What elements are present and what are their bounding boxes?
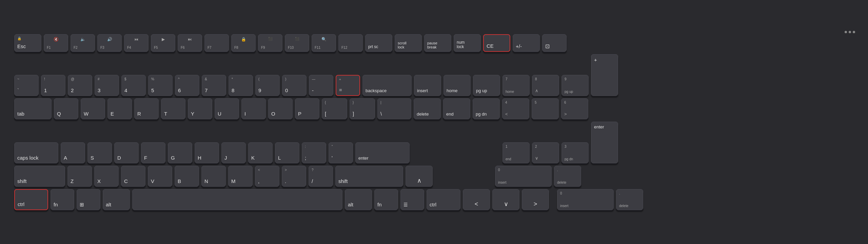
key-f10[interactable]: ⬛ F10 — [285, 34, 309, 52]
key-shift-right[interactable]: shift — [335, 166, 403, 187]
key-alt-left[interactable]: alt — [103, 189, 130, 210]
key-v[interactable]: V — [148, 166, 172, 187]
key-f[interactable]: F — [141, 142, 165, 163]
key-k[interactable]: K — [248, 142, 273, 163]
key-f6[interactable]: ⏭ F6 — [178, 34, 202, 52]
key-quote[interactable]: " ' — [329, 142, 353, 163]
key-backspace[interactable]: backspace — [362, 75, 412, 96]
key-f2[interactable]: 🔈 F2 — [71, 34, 95, 52]
key-semicolon[interactable]: : ; — [302, 142, 326, 163]
key-prtsc[interactable]: prt sc — [365, 34, 392, 52]
key-ctrl-left[interactable]: ctrl — [14, 189, 48, 210]
key-x[interactable]: X — [94, 166, 119, 187]
key-w[interactable]: W — [81, 98, 105, 119]
key-capslock[interactable]: caps lock — [14, 142, 58, 163]
key-numpad-0-bottom[interactable]: 0 insert — [557, 189, 614, 210]
key-alt-right[interactable]: alt — [345, 189, 372, 210]
key-3[interactable]: # 3 — [95, 75, 119, 96]
key-9[interactable]: ( 9 — [255, 75, 280, 96]
key-q[interactable]: Q — [54, 98, 78, 119]
key-a[interactable]: A — [61, 142, 85, 163]
key-numpad-2[interactable]: 2 ∨ — [532, 142, 559, 163]
key-numpad-9[interactable]: 9 pg up — [561, 75, 589, 96]
key-d[interactable]: D — [114, 142, 139, 163]
key-insert[interactable]: insert — [414, 75, 441, 96]
key-b[interactable]: B — [175, 166, 199, 187]
key-equals[interactable]: + = — [336, 75, 360, 96]
key-f3[interactable]: 🔊 F3 — [97, 34, 122, 52]
key-numpad-5[interactable]: 5 — [532, 98, 559, 119]
key-f7[interactable]: F7 — [204, 34, 229, 52]
key-numpad-1[interactable]: 1 end — [502, 142, 530, 163]
key-numlock[interactable]: numlock — [454, 34, 481, 52]
key-numpad-0[interactable]: 0 insert — [495, 166, 552, 187]
key-e[interactable]: E — [107, 98, 132, 119]
key-numpad-plus[interactable]: + — [591, 54, 618, 96]
key-f8[interactable]: 🔒 F8 — [231, 34, 256, 52]
key-arrow-right[interactable]: > — [522, 189, 549, 210]
key-0[interactable]: ) 0 — [282, 75, 307, 96]
key-arrow-up[interactable]: ∧ — [406, 166, 433, 187]
key-f5[interactable]: ▶ F5 — [151, 34, 175, 52]
key-numpad-8[interactable]: 8 ∧ — [532, 75, 559, 96]
key-numpad-3[interactable]: 3 pg dn — [561, 142, 589, 163]
key-f1[interactable]: 🔇 F1 — [44, 34, 68, 52]
key-numpad-dot-bottom[interactable]: . delete — [616, 189, 643, 210]
key-ctrl-right[interactable]: ctrl — [427, 189, 460, 210]
key-end[interactable]: end — [443, 98, 470, 119]
key-numpad-dot[interactable]: . delete — [554, 166, 581, 187]
key-y[interactable]: Y — [188, 98, 212, 119]
key-g[interactable]: G — [168, 142, 192, 163]
key-bracket-close[interactable]: } ] — [350, 98, 375, 119]
key-u[interactable]: U — [215, 98, 239, 119]
key-delete[interactable]: delete — [414, 98, 441, 119]
key-m[interactable]: M — [228, 166, 253, 187]
key-numpad-6[interactable]: 6 > — [561, 98, 588, 119]
key-menu[interactable]: ☰ — [400, 189, 424, 210]
key-fn-left[interactable]: fn — [51, 189, 74, 210]
key-slash[interactable]: ? / — [309, 166, 333, 187]
key-esc[interactable]: 🔒 Esc — [14, 34, 41, 52]
key-4[interactable]: $ 4 — [121, 75, 146, 96]
key-r[interactable]: R — [134, 98, 159, 119]
key-fn-right[interactable]: fn — [374, 189, 398, 210]
key-s[interactable]: S — [87, 142, 112, 163]
key-5[interactable]: % 5 — [148, 75, 173, 96]
key-f9[interactable]: ⬛ F9 — [258, 34, 282, 52]
key-home[interactable]: home — [443, 75, 471, 96]
key-pause[interactable]: pausebreak — [424, 34, 451, 52]
key-arrow-left[interactable]: < — [463, 189, 490, 210]
key-8[interactable]: * 8 — [229, 75, 253, 96]
key-c[interactable]: C — [121, 166, 145, 187]
key-minus[interactable]: — - — [309, 75, 333, 96]
key-p[interactable]: P — [295, 98, 319, 119]
key-f12[interactable]: F12 — [338, 34, 363, 52]
key-windows[interactable]: ⊞ — [77, 189, 100, 210]
key-j[interactable]: J — [221, 142, 246, 163]
key-monitor[interactable]: ⊡ — [542, 34, 567, 52]
key-o[interactable]: O — [268, 98, 293, 119]
key-f4[interactable]: ⏮ F4 — [124, 34, 149, 52]
key-l[interactable]: L — [275, 142, 299, 163]
key-numpad-7[interactable]: 7 home — [502, 75, 530, 96]
key-1[interactable]: ! 1 — [41, 75, 65, 96]
key-comma[interactable]: < , — [255, 166, 279, 187]
key-space[interactable] — [132, 189, 342, 210]
key-backslash[interactable]: | \ — [377, 98, 411, 119]
key-tilde[interactable]: ~ ` — [14, 75, 39, 96]
key-z[interactable]: Z — [67, 166, 92, 187]
key-pgup[interactable]: pg up — [473, 75, 500, 96]
key-2[interactable]: @ 2 — [68, 75, 92, 96]
key-shift-left[interactable]: shift — [14, 166, 65, 187]
key-n[interactable]: N — [201, 166, 226, 187]
key-pgdn[interactable]: pg dn — [473, 98, 500, 119]
key-period[interactable]: > . — [282, 166, 306, 187]
key-scroll[interactable]: scrolllock — [395, 34, 422, 52]
key-i[interactable]: I — [241, 98, 266, 119]
key-ce[interactable]: CE — [483, 34, 510, 52]
key-h[interactable]: H — [195, 142, 219, 163]
key-arrow-down[interactable]: ∨ — [492, 189, 519, 210]
key-bracket-open[interactable]: { [ — [322, 98, 347, 119]
key-t[interactable]: T — [161, 98, 185, 119]
key-f11[interactable]: 🔍 F11 — [312, 34, 336, 52]
